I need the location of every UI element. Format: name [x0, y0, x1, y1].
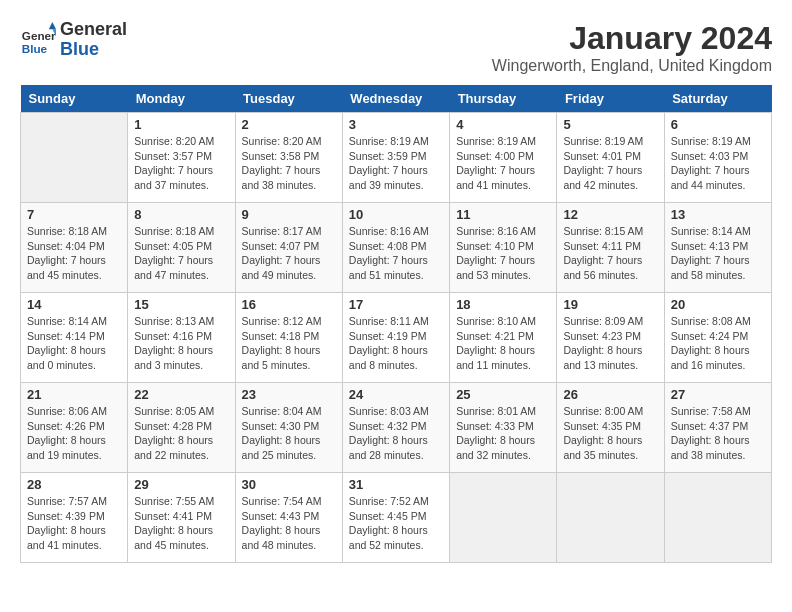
day-info: Sunrise: 8:12 AMSunset: 4:18 PMDaylight:…: [242, 314, 336, 373]
day-number: 9: [242, 207, 336, 222]
day-info: Sunrise: 8:19 AMSunset: 4:03 PMDaylight:…: [671, 134, 765, 193]
calendar-cell: 7Sunrise: 8:18 AMSunset: 4:04 PMDaylight…: [21, 203, 128, 293]
logo-icon: General Blue: [20, 22, 56, 58]
day-info: Sunrise: 7:55 AMSunset: 4:41 PMDaylight:…: [134, 494, 228, 553]
day-info: Sunrise: 8:14 AMSunset: 4:14 PMDaylight:…: [27, 314, 121, 373]
day-number: 22: [134, 387, 228, 402]
calendar-week-row: 21Sunrise: 8:06 AMSunset: 4:26 PMDayligh…: [21, 383, 772, 473]
logo-text-blue: Blue: [60, 40, 127, 60]
day-number: 8: [134, 207, 228, 222]
day-number: 20: [671, 297, 765, 312]
calendar-cell: [450, 473, 557, 563]
calendar-cell: 10Sunrise: 8:16 AMSunset: 4:08 PMDayligh…: [342, 203, 449, 293]
day-info: Sunrise: 8:04 AMSunset: 4:30 PMDaylight:…: [242, 404, 336, 463]
calendar-cell: 18Sunrise: 8:10 AMSunset: 4:21 PMDayligh…: [450, 293, 557, 383]
day-info: Sunrise: 8:20 AMSunset: 3:58 PMDaylight:…: [242, 134, 336, 193]
day-info: Sunrise: 8:10 AMSunset: 4:21 PMDaylight:…: [456, 314, 550, 373]
calendar-cell: 27Sunrise: 7:58 AMSunset: 4:37 PMDayligh…: [664, 383, 771, 473]
svg-text:General: General: [22, 29, 56, 42]
calendar-cell: 24Sunrise: 8:03 AMSunset: 4:32 PMDayligh…: [342, 383, 449, 473]
day-info: Sunrise: 7:58 AMSunset: 4:37 PMDaylight:…: [671, 404, 765, 463]
calendar-cell: 13Sunrise: 8:14 AMSunset: 4:13 PMDayligh…: [664, 203, 771, 293]
day-number: 21: [27, 387, 121, 402]
day-number: 24: [349, 387, 443, 402]
day-info: Sunrise: 8:09 AMSunset: 4:23 PMDaylight:…: [563, 314, 657, 373]
calendar-cell: 9Sunrise: 8:17 AMSunset: 4:07 PMDaylight…: [235, 203, 342, 293]
col-saturday: Saturday: [664, 85, 771, 113]
calendar-cell: 20Sunrise: 8:08 AMSunset: 4:24 PMDayligh…: [664, 293, 771, 383]
col-friday: Friday: [557, 85, 664, 113]
location: Wingerworth, England, United Kingdom: [492, 57, 772, 75]
calendar-cell: 31Sunrise: 7:52 AMSunset: 4:45 PMDayligh…: [342, 473, 449, 563]
day-info: Sunrise: 8:01 AMSunset: 4:33 PMDaylight:…: [456, 404, 550, 463]
day-number: 12: [563, 207, 657, 222]
calendar-cell: [557, 473, 664, 563]
col-tuesday: Tuesday: [235, 85, 342, 113]
day-number: 18: [456, 297, 550, 312]
day-number: 25: [456, 387, 550, 402]
calendar-cell: [21, 113, 128, 203]
title-section: January 2024 Wingerworth, England, Unite…: [492, 20, 772, 75]
day-info: Sunrise: 8:18 AMSunset: 4:04 PMDaylight:…: [27, 224, 121, 283]
calendar-cell: 21Sunrise: 8:06 AMSunset: 4:26 PMDayligh…: [21, 383, 128, 473]
day-number: 5: [563, 117, 657, 132]
day-number: 26: [563, 387, 657, 402]
calendar-cell: 23Sunrise: 8:04 AMSunset: 4:30 PMDayligh…: [235, 383, 342, 473]
calendar-week-row: 7Sunrise: 8:18 AMSunset: 4:04 PMDaylight…: [21, 203, 772, 293]
col-sunday: Sunday: [21, 85, 128, 113]
day-number: 29: [134, 477, 228, 492]
col-monday: Monday: [128, 85, 235, 113]
calendar-week-row: 28Sunrise: 7:57 AMSunset: 4:39 PMDayligh…: [21, 473, 772, 563]
day-number: 16: [242, 297, 336, 312]
day-info: Sunrise: 7:54 AMSunset: 4:43 PMDaylight:…: [242, 494, 336, 553]
day-number: 19: [563, 297, 657, 312]
day-number: 1: [134, 117, 228, 132]
calendar-cell: 28Sunrise: 7:57 AMSunset: 4:39 PMDayligh…: [21, 473, 128, 563]
month-title: January 2024: [492, 20, 772, 57]
calendar-cell: 16Sunrise: 8:12 AMSunset: 4:18 PMDayligh…: [235, 293, 342, 383]
day-info: Sunrise: 7:52 AMSunset: 4:45 PMDaylight:…: [349, 494, 443, 553]
day-number: 28: [27, 477, 121, 492]
day-number: 3: [349, 117, 443, 132]
day-number: 30: [242, 477, 336, 492]
calendar-cell: 19Sunrise: 8:09 AMSunset: 4:23 PMDayligh…: [557, 293, 664, 383]
calendar-cell: 8Sunrise: 8:18 AMSunset: 4:05 PMDaylight…: [128, 203, 235, 293]
calendar-cell: 1Sunrise: 8:20 AMSunset: 3:57 PMDaylight…: [128, 113, 235, 203]
day-info: Sunrise: 8:19 AMSunset: 4:01 PMDaylight:…: [563, 134, 657, 193]
day-info: Sunrise: 8:19 AMSunset: 4:00 PMDaylight:…: [456, 134, 550, 193]
day-number: 2: [242, 117, 336, 132]
calendar-cell: [664, 473, 771, 563]
day-info: Sunrise: 7:57 AMSunset: 4:39 PMDaylight:…: [27, 494, 121, 553]
day-info: Sunrise: 8:17 AMSunset: 4:07 PMDaylight:…: [242, 224, 336, 283]
day-number: 10: [349, 207, 443, 222]
col-wednesday: Wednesday: [342, 85, 449, 113]
day-info: Sunrise: 8:13 AMSunset: 4:16 PMDaylight:…: [134, 314, 228, 373]
calendar-cell: 15Sunrise: 8:13 AMSunset: 4:16 PMDayligh…: [128, 293, 235, 383]
day-number: 31: [349, 477, 443, 492]
logo: General Blue General Blue: [20, 20, 127, 60]
day-info: Sunrise: 8:05 AMSunset: 4:28 PMDaylight:…: [134, 404, 228, 463]
day-number: 6: [671, 117, 765, 132]
calendar-cell: 30Sunrise: 7:54 AMSunset: 4:43 PMDayligh…: [235, 473, 342, 563]
logo-text-general: General: [60, 20, 127, 40]
day-info: Sunrise: 8:16 AMSunset: 4:10 PMDaylight:…: [456, 224, 550, 283]
day-number: 14: [27, 297, 121, 312]
day-number: 4: [456, 117, 550, 132]
day-info: Sunrise: 8:08 AMSunset: 4:24 PMDaylight:…: [671, 314, 765, 373]
day-info: Sunrise: 8:03 AMSunset: 4:32 PMDaylight:…: [349, 404, 443, 463]
day-number: 7: [27, 207, 121, 222]
day-number: 17: [349, 297, 443, 312]
calendar-header-row: Sunday Monday Tuesday Wednesday Thursday…: [21, 85, 772, 113]
day-info: Sunrise: 8:06 AMSunset: 4:26 PMDaylight:…: [27, 404, 121, 463]
day-info: Sunrise: 8:18 AMSunset: 4:05 PMDaylight:…: [134, 224, 228, 283]
calendar-cell: 14Sunrise: 8:14 AMSunset: 4:14 PMDayligh…: [21, 293, 128, 383]
calendar-cell: 22Sunrise: 8:05 AMSunset: 4:28 PMDayligh…: [128, 383, 235, 473]
col-thursday: Thursday: [450, 85, 557, 113]
calendar-cell: 12Sunrise: 8:15 AMSunset: 4:11 PMDayligh…: [557, 203, 664, 293]
day-info: Sunrise: 8:19 AMSunset: 3:59 PMDaylight:…: [349, 134, 443, 193]
calendar-cell: 6Sunrise: 8:19 AMSunset: 4:03 PMDaylight…: [664, 113, 771, 203]
day-number: 23: [242, 387, 336, 402]
calendar-cell: 11Sunrise: 8:16 AMSunset: 4:10 PMDayligh…: [450, 203, 557, 293]
calendar-cell: 5Sunrise: 8:19 AMSunset: 4:01 PMDaylight…: [557, 113, 664, 203]
calendar-cell: 17Sunrise: 8:11 AMSunset: 4:19 PMDayligh…: [342, 293, 449, 383]
